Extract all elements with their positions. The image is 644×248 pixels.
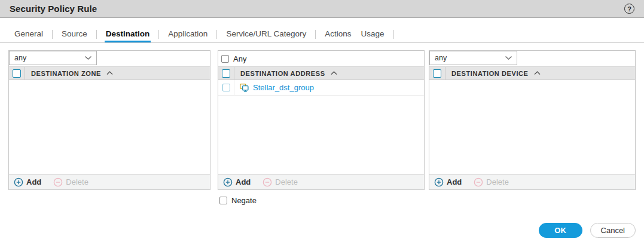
zone-add-label: Add [26,177,41,186]
add-circle-plus-icon [434,177,444,187]
zone-delete-label: Delete [66,177,88,186]
tab-separator [158,30,159,39]
zone-select-all-checkbox[interactable] [13,69,21,78]
device-select-all-cell [429,67,445,79]
address-select-all-cell [218,67,234,79]
address-grid-footer: Add Delete [218,174,424,189]
chevron-down-icon [505,56,512,60]
device-column-header[interactable]: DESTINATION DEVICE [445,67,541,79]
zone-type-dropdown[interactable]: any [9,51,97,65]
zone-grid-footer: Add Delete [9,174,210,189]
address-grid-header: DESTINATION ADDRESS [218,66,424,80]
tab-application[interactable]: Application [167,26,209,42]
zone-column-header[interactable]: DESTINATION ZONE [25,67,113,79]
address-group-icon [239,82,249,93]
device-type-dropdown[interactable]: any [429,51,517,65]
address-any-label: Any [233,54,246,63]
address-column-header[interactable]: DESTINATION ADDRESS [234,67,337,79]
negate-checkbox[interactable] [219,197,227,204]
zone-delete-button[interactable]: Delete [53,177,88,187]
device-grid-header: DESTINATION DEVICE [429,66,635,80]
tab-usage[interactable]: Usage [359,26,385,42]
chevron-down-icon [84,56,92,60]
table-row: Stellar_dst_group [218,80,424,96]
sort-ascending-icon [534,71,541,75]
negate-row: Negate [219,196,644,205]
device-grid-footer: Add Delete [429,174,635,189]
zone-grid-body [9,80,210,174]
add-circle-plus-icon [14,177,23,187]
dialog-footer: OK Cancel [539,223,636,238]
tab-service-url-category[interactable]: Service/URL Category [225,26,307,42]
device-select-all-checkbox[interactable] [433,69,441,78]
address-any-row: Any [218,51,424,66]
tab-bar: General Source Destination Application S… [0,26,644,43]
device-delete-button[interactable]: Delete [474,177,509,187]
tab-destination[interactable]: Destination [105,26,151,42]
zone-column-title: DESTINATION ZONE [31,70,101,77]
sort-ascending-icon [331,71,337,75]
delete-circle-minus-icon [263,177,272,187]
row-checkbox[interactable] [222,84,230,91]
page-title: Security Policy Rule [10,4,97,14]
dialog-titlebar: Security Policy Rule ? [0,0,644,18]
address-delete-button[interactable]: Delete [263,177,298,187]
tab-separator [315,30,316,39]
device-column-title: DESTINATION DEVICE [451,70,529,77]
device-add-label: Add [447,177,462,186]
row-checkbox-cell [218,80,234,95]
ok-button[interactable]: OK [539,223,582,238]
zone-filter-row: any [9,51,210,66]
zone-select-all-cell [9,67,25,79]
delete-circle-minus-icon [53,177,63,187]
zone-type-value: any [14,54,84,62]
sort-ascending-icon [106,71,113,75]
address-delete-label: Delete [275,177,298,186]
tab-general[interactable]: General [13,26,44,42]
row-content: Stellar_dst_group [234,80,314,95]
tab-separator [216,30,217,39]
cancel-button[interactable]: Cancel [590,223,636,238]
destination-device-panel: any DESTINATION DEVICE [429,50,636,190]
address-grid-body: Stellar_dst_group [218,80,424,174]
device-add-button[interactable]: Add [434,177,462,187]
destination-zone-panel: any DESTINATION ZONE [8,50,210,190]
tab-actions[interactable]: Actions [323,26,352,42]
add-circle-plus-icon [223,177,233,187]
zone-grid-header: DESTINATION ZONE [9,66,210,80]
address-select-all-checkbox[interactable] [222,69,230,78]
tab-separator [393,30,394,39]
destination-panels: any DESTINATION ZONE [8,50,636,190]
destination-address-panel: Any DESTINATION ADDRESS [218,50,425,190]
tab-separator [52,30,53,39]
device-filter-row: any [429,51,635,66]
address-add-button[interactable]: Add [223,177,251,187]
device-delete-label: Delete [486,177,509,186]
address-object-link[interactable]: Stellar_dst_group [253,83,314,92]
address-column-title: DESTINATION ADDRESS [240,70,325,77]
tab-separator [96,30,97,39]
tab-source[interactable]: Source [60,26,88,42]
address-add-label: Add [236,177,251,186]
device-grid-body [429,80,635,174]
negate-label: Negate [231,196,257,205]
help-icon[interactable]: ? [624,4,634,14]
address-any-checkbox[interactable] [221,55,229,63]
delete-circle-minus-icon [474,177,483,187]
device-type-value: any [435,54,505,62]
zone-add-button[interactable]: Add [14,177,41,187]
